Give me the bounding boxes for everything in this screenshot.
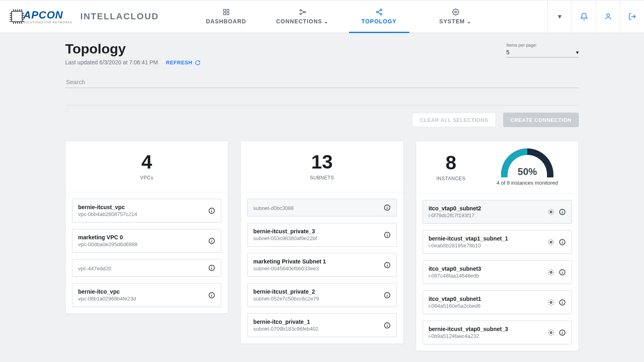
list-item[interactable]: marketing Private Subnet 1subnet-0045640… <box>247 253 396 277</box>
nav-topology[interactable]: TOPOLOGY <box>341 0 417 33</box>
list-item[interactable]: bernie-itcust_private_2subnet-052e7c50bc… <box>247 283 396 307</box>
nav-dashboard[interactable]: DASHBOARD <box>188 0 264 33</box>
item-id: vpc-0bb4ab2608757c214 <box>78 211 204 217</box>
svg-point-7 <box>380 9 382 11</box>
svg-point-51 <box>550 301 552 303</box>
subnets-card: 13 SUBNETS subnet-d0bc3088bernie-itcust_… <box>240 141 403 344</box>
create-connection-button[interactable]: CREATE CONNECTION <box>503 113 579 127</box>
list-item[interactable]: bernie-itcust_vpcvpc-0bb4ab2608757c214 <box>72 199 221 222</box>
info-icon[interactable] <box>208 207 215 214</box>
item-id: vpc-08b1a02968b4fe23d <box>78 296 204 302</box>
list-item[interactable]: itco_vtap0_subnet2i-0f79dc2fc7f193f17 <box>423 200 572 224</box>
item-id: i-0eab8b28195e78b10 <box>429 243 543 249</box>
svg-point-20 <box>212 266 213 267</box>
settings-icon[interactable] <box>547 208 555 216</box>
svg-point-5 <box>300 13 301 15</box>
settings-icon[interactable] <box>547 329 555 336</box>
item-name: bernie-itco_private_1 <box>253 319 379 325</box>
nav-connections[interactable]: CONNECTIONS⌄ <box>264 0 341 33</box>
svg-point-46 <box>562 240 563 241</box>
list-item[interactable]: bernie-itco_vpcvpc-08b1a02968b4fe23d <box>72 283 221 307</box>
user-icon <box>604 12 612 21</box>
list-item[interactable]: bernie-itcust_vtap1_subnet_1i-0eab8b2819… <box>423 230 572 254</box>
grid-icon <box>223 8 230 16</box>
info-icon[interactable] <box>384 261 391 269</box>
list-item[interactable]: marketing VPC 0vpc-00dba0e295d6d6988 <box>72 229 221 253</box>
item-id: i-0f79dc2fc7f193f17 <box>429 212 543 218</box>
logout-button[interactable] <box>620 0 644 33</box>
nav-system[interactable]: SYSTEM⌄ <box>417 0 494 33</box>
page: Topology Last updated 6/3/2020 at 7:06:4… <box>65 33 579 351</box>
list-item[interactable]: bernie-itco_private_1subnet-0709b183c96f… <box>247 313 396 337</box>
info-icon[interactable] <box>208 292 215 299</box>
topbar-actions: ▾ <box>547 0 644 33</box>
chip-icon <box>11 11 23 22</box>
info-icon[interactable] <box>384 204 391 211</box>
page-header: Topology Last updated 6/3/2020 at 7:06:4… <box>65 41 579 66</box>
notifications-button[interactable] <box>572 0 596 33</box>
settings-icon[interactable] <box>547 299 555 306</box>
item-id: vpc-447edd20 <box>78 265 204 272</box>
last-updated: Last updated 6/3/2020 at 7:06:41 PM REFR… <box>65 59 200 66</box>
list-item[interactable]: subnet-d0bc3088 <box>247 199 396 216</box>
instances-count: 8 <box>436 153 465 173</box>
clear-selections-button[interactable]: CLEAR ALL SELECTIONS <box>412 113 496 127</box>
instances-label: INSTANCES <box>436 176 465 181</box>
info-icon[interactable] <box>559 299 566 306</box>
svg-point-23 <box>212 293 213 294</box>
caret-down-icon: ▾ <box>558 12 561 21</box>
item-name: marketing Private Subnet 1 <box>253 258 379 265</box>
info-icon[interactable] <box>559 269 566 276</box>
items-per-page-label: Items per page: <box>506 43 579 47</box>
instances-card: 8 INSTANCES 50% 4 of 8 instances monitor… <box>416 141 579 351</box>
gauge-percent: 50% <box>501 166 553 177</box>
item-name: marketing VPC 0 <box>78 234 204 241</box>
refresh-button[interactable]: REFRESH <box>166 60 200 66</box>
svg-rect-2 <box>223 13 225 15</box>
page-title: Topology <box>65 41 200 57</box>
subnets-label: SUBNETS <box>249 175 395 181</box>
svg-point-10 <box>454 11 456 13</box>
list-item[interactable]: itco_vtap0_subnet1i-064a5160e5a2cbed6 <box>423 290 572 314</box>
divider <box>65 105 579 105</box>
info-icon[interactable] <box>559 239 566 246</box>
info-icon[interactable] <box>384 322 391 329</box>
list-item[interactable]: bernie-itcust_vtap0_subnet_3i-0b9a5124fa… <box>423 321 572 344</box>
vpcs-count: 4 <box>74 152 220 172</box>
action-bar: CLEAR ALL SELECTIONS CREATE CONNECTION <box>65 113 579 127</box>
info-icon[interactable] <box>559 208 566 216</box>
brand: APCON Solutions for Networks INTELLACLOU… <box>0 0 168 33</box>
list-item[interactable]: itco_vtap0_subnet3i-087c48faa14648edb <box>423 260 572 284</box>
item-name: bernie-itcust_private_3 <box>253 228 379 234</box>
connections-icon <box>299 8 307 16</box>
gauge-caption: 4 of 8 instances monitored <box>497 180 558 186</box>
vpcs-label: VPCs <box>74 175 220 181</box>
refresh-icon <box>195 60 200 66</box>
share-icon <box>376 8 383 16</box>
item-name: bernie-itcust_vtap1_subnet_1 <box>429 235 543 242</box>
info-icon[interactable] <box>208 264 215 272</box>
svg-rect-0 <box>223 9 225 11</box>
svg-point-4 <box>300 10 301 11</box>
info-icon[interactable] <box>384 231 391 239</box>
info-icon[interactable] <box>208 237 215 245</box>
item-id: subnet-0709b183c96feb402 <box>253 326 379 332</box>
bell-icon <box>580 12 588 21</box>
account-button[interactable] <box>596 0 620 33</box>
item-id: subnet-052e7c50bcc6c2e79 <box>253 296 379 302</box>
items-per-page[interactable]: Items per page: 5 ▾ <box>506 43 579 58</box>
settings-icon[interactable] <box>547 239 555 246</box>
nav-system-label: SYSTEM <box>439 18 465 25</box>
svg-point-17 <box>212 239 213 240</box>
settings-icon[interactable] <box>547 269 555 276</box>
search-input[interactable] <box>65 76 579 88</box>
item-id: i-087c48faa14648edb <box>429 273 543 279</box>
svg-point-38 <box>387 323 388 324</box>
context-dropdown[interactable]: ▾ <box>547 0 572 33</box>
info-icon[interactable] <box>559 329 566 336</box>
list-item[interactable]: vpc-447edd20 <box>72 259 221 277</box>
info-icon[interactable] <box>384 292 391 299</box>
svg-point-11 <box>607 14 609 16</box>
svg-point-55 <box>550 331 552 333</box>
list-item[interactable]: bernie-itcust_private_3subnet-053c98380a… <box>247 223 396 247</box>
